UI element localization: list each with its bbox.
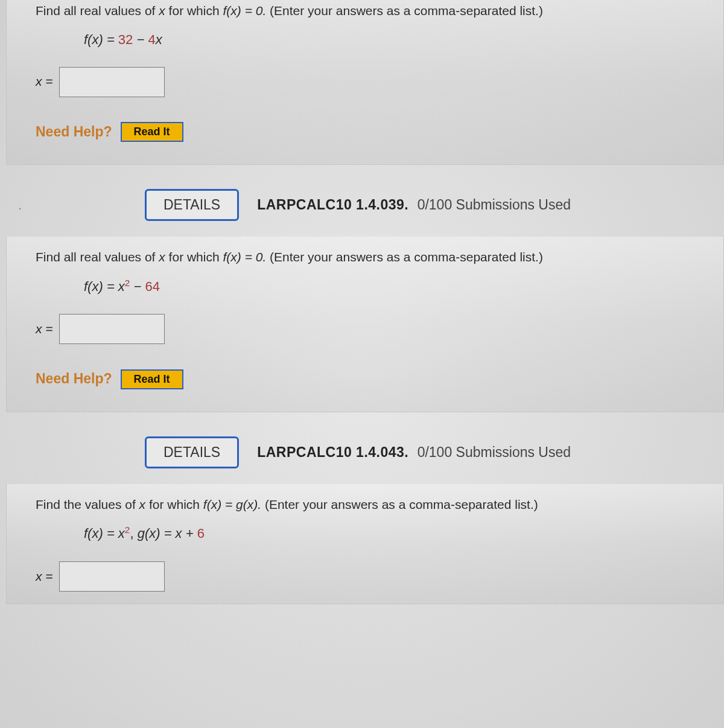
need-help-label: Need Help? [36, 121, 112, 143]
answer-label: x = [36, 319, 53, 339]
prompt-var: x [159, 250, 165, 264]
reference-code: LARPCALC10 1.4.043. [257, 444, 408, 460]
answer-row: x = [36, 314, 705, 344]
answer-input[interactable] [59, 314, 165, 344]
eq-var: x [156, 32, 162, 47]
read-it-button[interactable]: Read It [121, 122, 183, 142]
reference-block: LARPCALC10 1.4.043. 0/100 Submissions Us… [257, 444, 571, 461]
prompt-text: for which [165, 4, 223, 18]
reference-block: LARPCALC10 1.4.039. 0/100 Submissions Us… [257, 197, 571, 213]
answer-label: x = [36, 567, 53, 587]
eq-num: 4 [148, 32, 155, 47]
prompt-text: Find all real values of [36, 4, 159, 18]
reference-code: LARPCALC10 1.4.039. [257, 197, 408, 212]
prompt-text: for which [145, 497, 203, 511]
question-number: . [18, 197, 127, 213]
eq-op: − [130, 279, 145, 294]
answer-row: x = [36, 67, 705, 97]
eq-num: 32 [118, 32, 133, 47]
question-2-header: . DETAILS LARPCALC10 1.4.039. 0/100 Subm… [6, 165, 724, 237]
question-2-prompt: Find all real values of x for which f(x)… [36, 247, 705, 267]
help-row: Need Help? Read It [36, 368, 705, 390]
read-it-button[interactable]: Read It [121, 369, 183, 389]
eq-op: − [133, 32, 148, 47]
question-1-equation: f(x) = 32 − 4x [84, 30, 705, 50]
question-1-prompt: Find all real values of x for which f(x)… [36, 1, 705, 21]
question-3-prompt: Find the values of x for which f(x) = g(… [36, 495, 705, 515]
eq-g-lhs: g(x) = x + [138, 526, 197, 541]
prompt-text: (Enter your answers as a comma-separated… [266, 250, 543, 264]
eq-f-lhs: f(x) = x [84, 526, 125, 541]
question-2-box: Find all real values of x for which f(x)… [6, 237, 724, 412]
prompt-var: x [159, 4, 165, 18]
question-2-equation: f(x) = x2 − 64 [84, 276, 705, 297]
need-help-label: Need Help? [36, 368, 112, 390]
eq-lhs: f(x) = x [84, 279, 125, 294]
details-button[interactable]: DETAILS [145, 189, 239, 221]
eq-sep: , [130, 526, 137, 541]
prompt-text: (Enter your answers as a comma-separated… [266, 4, 543, 18]
prompt-text: (Enter your answers as a comma-separated… [261, 497, 538, 511]
question-1-box: Find all real values of x for which f(x)… [6, 0, 724, 165]
submissions-used: 0/100 Submissions Used [418, 197, 571, 212]
eq-num: 6 [197, 526, 205, 541]
prompt-var: x [139, 497, 146, 511]
question-3-equation: f(x) = x2, g(x) = x + 6 [84, 523, 705, 544]
answer-input[interactable] [59, 67, 165, 97]
prompt-fx: f(x) = 0. [223, 4, 266, 18]
submissions-used: 0/100 Submissions Used [418, 444, 571, 460]
prompt-text: for which [165, 250, 223, 264]
question-3-box: Find the values of x for which f(x) = g(… [6, 484, 724, 604]
prompt-text: Find all real values of [36, 250, 159, 264]
answer-label: x = [36, 72, 53, 92]
details-button[interactable]: DETAILS [145, 436, 239, 468]
prompt-text: Find the values of [36, 497, 139, 511]
answer-row: x = [36, 561, 705, 592]
answer-input[interactable] [59, 561, 165, 592]
question-3-header: DETAILS LARPCALC10 1.4.043. 0/100 Submis… [6, 412, 724, 484]
help-row: Need Help? Read It [36, 121, 705, 143]
eq-num: 64 [145, 279, 159, 294]
prompt-fx: f(x) = g(x). [203, 497, 261, 511]
prompt-fx: f(x) = 0. [223, 250, 266, 264]
eq-lhs: f(x) = [84, 32, 118, 47]
